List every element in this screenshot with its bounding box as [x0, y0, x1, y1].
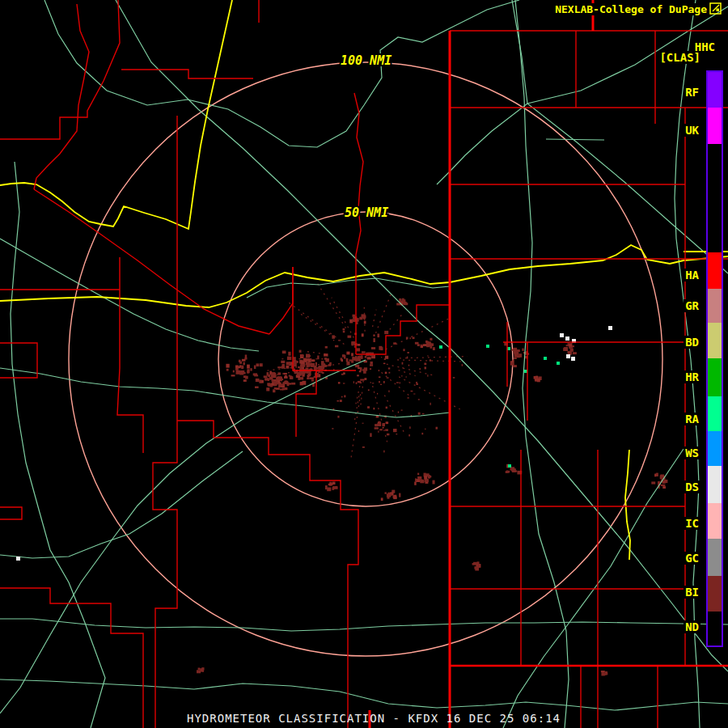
legend-label-GC: GC [684, 552, 700, 565]
legend-label-RF: RF [684, 86, 700, 99]
echo-layer [197, 281, 667, 676]
highway-line [625, 450, 630, 560]
county-boundary [117, 257, 143, 453]
legend-swatch-GC [708, 539, 722, 576]
checkered-flag-icon [709, 2, 722, 15]
county-boundary [0, 0, 120, 139]
legend-swatch-RF [708, 72, 722, 108]
road-line [515, 0, 569, 728]
echo-speck-green [486, 345, 489, 348]
echo-speck-green [439, 345, 442, 349]
echo-speck-white [16, 557, 20, 561]
product-title: HYDROMETEOR CLASSIFICATION - KFDX 16 DEC… [187, 712, 561, 725]
road-line [546, 139, 604, 140]
legend-label-BD: BD [684, 336, 700, 349]
legend-swatch-HA [708, 252, 722, 289]
radar-map: 50 NMI100 NMI [0, 0, 728, 728]
echo-speck-white [566, 354, 570, 358]
county-boundary [0, 588, 143, 728]
range-ring [218, 212, 513, 506]
echo-speck-white [560, 333, 564, 337]
legend-label-HR: HR [684, 370, 700, 383]
legend-label-GR: GR [684, 299, 700, 312]
road-line [0, 368, 450, 417]
legend-color-bar [706, 70, 723, 647]
county-boundary [0, 507, 22, 519]
road-line [0, 619, 728, 631]
county-boundary [153, 116, 177, 728]
legend-swatch-GR [708, 289, 722, 323]
road-line [0, 679, 728, 710]
legend-swatch-RA [708, 396, 722, 431]
county-boundary [34, 189, 269, 334]
legend-label-HA: HA [684, 269, 700, 281]
road-line [0, 360, 366, 713]
range-ring-label: 50 NMI [345, 205, 388, 220]
legend-swatch-HR [708, 358, 722, 396]
legend-label-IC: IC [684, 517, 700, 530]
road-line [0, 451, 243, 558]
legend-swatch-BD [708, 323, 722, 358]
echo-speck-green [508, 464, 511, 468]
echo-speck-green [544, 357, 547, 360]
legend-swatch-IC [708, 503, 722, 539]
legend-swatch-DS [708, 466, 722, 503]
legend-swatch-UK [708, 108, 722, 144]
brand-text: NEXLAB-College of DuPage [555, 3, 707, 15]
county-boundary [177, 421, 358, 728]
road-line [116, 0, 728, 671]
county-boundary [34, 4, 89, 189]
legend-swatch-BI [708, 576, 722, 612]
road-line [675, 0, 700, 728]
echo-speck-white [565, 336, 569, 341]
legend-label-DS: DS [684, 480, 700, 493]
legend-product-tag: [CLAS] [659, 51, 700, 64]
legend-label-RA: RA [684, 413, 700, 425]
radar-viewer: 50 NMI100 NMI NEXLAB-College of DuPage H… [0, 0, 728, 728]
legend-label-WS: WS [684, 447, 700, 459]
legend-label-BI: BI [684, 586, 700, 599]
legend-label-UK: UK [684, 124, 700, 137]
legend-label-ND: ND [684, 620, 700, 633]
county-boundary [356, 305, 451, 354]
echo-speck-white [608, 326, 612, 330]
county-boundary [121, 70, 253, 78]
echo-speck-white [571, 357, 575, 361]
legend-swatch-ND [708, 612, 722, 645]
echo-speck-green [557, 362, 560, 365]
highway-line [0, 245, 728, 307]
range-ring-label: 100 NMI [341, 53, 392, 68]
legend-swatch-WS [708, 431, 722, 466]
